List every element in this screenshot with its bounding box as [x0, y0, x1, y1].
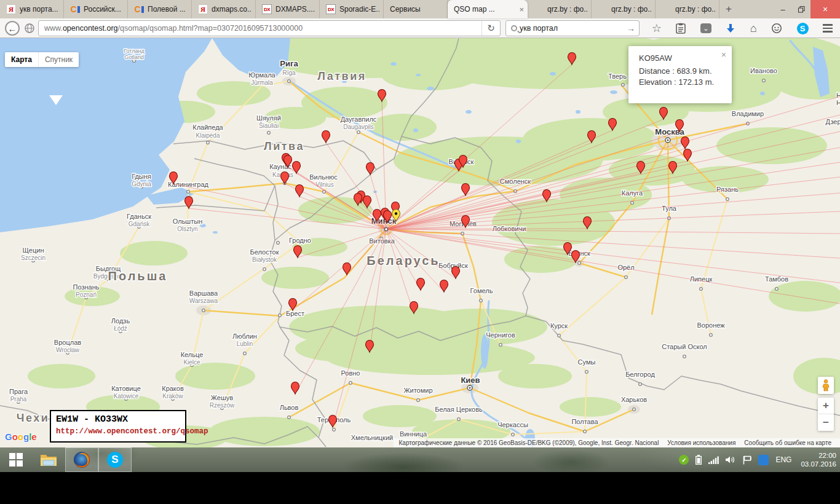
map-marker-pin	[185, 197, 193, 209]
taskbar-skype[interactable]: S	[98, 447, 132, 472]
taskbar-file-explorer[interactable]	[32, 447, 65, 472]
map-type-map-button[interactable]: Карта	[5, 52, 38, 67]
map-label: Гданьск	[127, 213, 151, 220]
browser-tab[interactable]: qrz.by : фо...	[528, 0, 592, 18]
lake	[390, 62, 397, 66]
browser-tab[interactable]: DXSporadic-E...	[320, 0, 384, 18]
browser-tab[interactable]: DXDXMAPS....	[256, 0, 320, 18]
map-marker[interactable]	[293, 162, 301, 174]
home-icon[interactable]: ⌂	[750, 23, 757, 34]
window-minimize-button[interactable]: –	[774, 0, 792, 18]
system-tray: ✓ ENG 22:00 03.07.2016	[679, 447, 836, 472]
start-button[interactable]	[0, 447, 32, 472]
window-close-button[interactable]: ×	[810, 0, 840, 18]
browser-tab[interactable]: CРоссийск...	[64, 0, 128, 18]
menu-hamburger-icon[interactable]	[823, 24, 833, 33]
language-keyboard-icon[interactable]	[758, 455, 769, 465]
antivirus-tray-icon[interactable]: ✓	[679, 455, 689, 465]
map-marker[interactable]	[322, 131, 330, 143]
search-go-icon[interactable]: →	[623, 23, 639, 33]
map-label: Готланд	[124, 48, 145, 54]
callsign-link[interactable]: http://www.opencontest.org/qsomap	[56, 427, 180, 436]
lake	[413, 128, 418, 132]
callsign-title: EW1W - KO33WX	[56, 414, 180, 425]
pocket-icon[interactable]: ⌄	[700, 23, 711, 33]
screen: Яукв порта...CРоссийск...CПолевой ...Яdx…	[0, 0, 840, 504]
map-label: Тверь	[608, 73, 627, 80]
chat-icon[interactable]	[771, 23, 782, 34]
report-error-link[interactable]: Сообщить об ошибке на карте	[744, 439, 831, 446]
forest-area	[120, 241, 188, 266]
browser-tab-active[interactable]: QSO map ...×	[448, 0, 528, 18]
network-signal-icon[interactable]	[708, 456, 719, 464]
window-restore-button[interactable]	[792, 0, 810, 18]
map-label: Воронеж	[697, 321, 725, 329]
taskbar-firefox[interactable]	[65, 447, 98, 472]
map-marker[interactable]	[294, 246, 302, 258]
browser-tab[interactable]: Сервисы	[384, 0, 448, 18]
reload-button[interactable]: ↻	[481, 21, 500, 36]
search-bar[interactable]: укв портал →	[505, 20, 640, 36]
bookmark-star-icon[interactable]: ☆	[652, 23, 662, 34]
language-indicator[interactable]: ENG	[775, 455, 791, 464]
map-marker[interactable]	[343, 263, 351, 275]
terms-link[interactable]: Условия использования	[667, 439, 735, 446]
browser-tab[interactable]: Яукв порта...	[0, 0, 64, 18]
city-dot	[700, 288, 703, 291]
map-marker[interactable]	[417, 278, 425, 291]
map-marker[interactable]	[185, 197, 193, 209]
map-viewport[interactable]: ГотландGotlandРигаRīgaЮрмалаJūrmalaЛатви…	[0, 38, 840, 447]
map-label: Катовице	[111, 385, 141, 392]
map-marker[interactable]	[289, 299, 297, 311]
site-identity-globe-icon[interactable]	[25, 23, 34, 36]
map-marker[interactable]	[281, 172, 289, 184]
dxmaps-favicon-icon: DX	[262, 4, 272, 14]
info-window-close-icon[interactable]: ×	[721, 50, 726, 60]
map-label: Юрмала	[248, 71, 275, 79]
browser-tab[interactable]: qrz.by : фо...	[656, 0, 719, 18]
map-attribution: Картографические данные © 2016 GeoBasis-…	[394, 438, 840, 447]
browser-tab[interactable]: qrz.by : фо...	[592, 0, 656, 18]
url-bar[interactable]: www.opencontest.org/qsomap/qsomap.html?m…	[38, 20, 501, 36]
skype-toolbar-icon[interactable]: S	[797, 23, 809, 34]
map-label: Kraków	[162, 393, 183, 400]
tab-close-icon[interactable]: ×	[519, 5, 524, 14]
map-type-satellite-button[interactable]: Спутник	[38, 52, 79, 67]
map-marker-pin	[281, 172, 289, 184]
zoom-out-button[interactable]: −	[818, 414, 834, 431]
browser-tab[interactable]: CПолевой ...	[128, 0, 192, 18]
map-marker[interactable]	[296, 185, 304, 197]
map-marker[interactable]	[684, 149, 692, 162]
map-label: Kielce	[183, 359, 200, 366]
lake	[466, 110, 472, 114]
volume-icon[interactable]	[726, 455, 736, 464]
attribution-data: Картографические данные © 2016 GeoBasis-…	[399, 439, 659, 446]
pegman-control[interactable]	[818, 377, 834, 394]
battery-icon[interactable]	[695, 455, 702, 465]
new-tab-button[interactable]: +	[719, 0, 738, 18]
map-marker[interactable]	[440, 280, 448, 293]
map-marker-pin	[684, 149, 692, 162]
restore-icon	[798, 6, 805, 13]
action-center-flag-icon[interactable]	[743, 455, 751, 465]
tab-title: укв порта...	[20, 5, 60, 14]
map-label: Жешув	[211, 394, 233, 401]
bookmarks-menu-icon[interactable]	[676, 23, 686, 34]
lake	[610, 90, 617, 94]
map-marker[interactable]	[291, 382, 299, 395]
lake	[516, 140, 521, 143]
map-label: Гродно	[289, 237, 311, 244]
dxmaps-favicon-icon: DX	[326, 4, 336, 14]
road	[513, 431, 585, 435]
taskbar-clock[interactable]: 22:00 03.07.2016	[801, 451, 836, 468]
info-window-tail	[49, 95, 63, 105]
city-dot	[480, 299, 483, 302]
map-label: Львов	[280, 404, 299, 411]
back-button[interactable]: ←	[5, 21, 20, 36]
browser-tab[interactable]: Яdxmaps.co...	[192, 0, 256, 18]
zoom-in-button[interactable]: +	[818, 398, 834, 414]
browser-toolbar: ← www.opencontest.org/qsomap/qsomap.html…	[0, 18, 840, 38]
google-logo[interactable]: Google	[5, 431, 37, 442]
downloads-icon[interactable]	[726, 23, 735, 34]
map-marker[interactable]	[681, 137, 689, 149]
